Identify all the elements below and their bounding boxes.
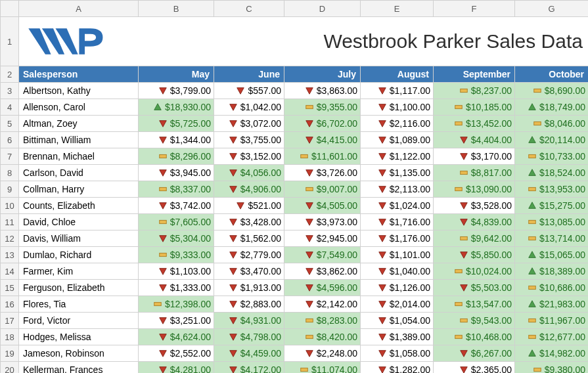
column-header-F[interactable]: F bbox=[434, 1, 515, 17]
header-salesperson[interactable]: Salesperson bbox=[19, 66, 139, 83]
value-cell[interactable]: $1,089.00 bbox=[361, 132, 434, 148]
value-cell[interactable]: $3,251.00 bbox=[139, 313, 214, 329]
value-cell[interactable]: $9,543.00 bbox=[434, 313, 515, 329]
row-header-4[interactable]: 4 bbox=[1, 99, 19, 116]
value-cell[interactable]: $1,135.00 bbox=[361, 165, 434, 181]
row-header-20[interactable]: 20 bbox=[1, 362, 19, 374]
salesperson-cell[interactable]: Hodges, Melissa bbox=[19, 329, 139, 345]
value-cell[interactable]: $2,113.00 bbox=[361, 181, 434, 198]
column-header-B[interactable]: B bbox=[139, 1, 214, 17]
row-header-7[interactable]: 7 bbox=[1, 148, 19, 165]
salesperson-cell[interactable]: Counts, Elizabeth bbox=[19, 198, 139, 214]
value-cell[interactable]: $1,042.00 bbox=[214, 99, 284, 116]
value-cell[interactable]: $2,142.00 bbox=[284, 296, 361, 313]
value-cell[interactable]: $1,101.00 bbox=[361, 247, 434, 263]
value-cell[interactable]: $1,913.00 bbox=[214, 280, 284, 296]
value-cell[interactable]: $8,690.00 bbox=[515, 83, 589, 99]
value-cell[interactable]: $3,726.00 bbox=[284, 165, 361, 181]
value-cell[interactable]: $1,389.00 bbox=[361, 329, 434, 345]
value-cell[interactable]: $20,114.00 bbox=[515, 132, 589, 148]
value-cell[interactable]: $4,798.00 bbox=[214, 329, 284, 345]
salesperson-cell[interactable]: Brennan, Michael bbox=[19, 148, 139, 165]
value-cell[interactable]: $1,562.00 bbox=[214, 230, 284, 247]
value-cell[interactable]: $1,024.00 bbox=[361, 198, 434, 214]
value-cell[interactable]: $8,296.00 bbox=[139, 148, 214, 165]
value-cell[interactable]: $2,248.00 bbox=[284, 345, 361, 362]
value-cell[interactable]: $8,046.00 bbox=[515, 116, 589, 132]
value-cell[interactable]: $12,398.00 bbox=[139, 296, 214, 313]
value-cell[interactable]: $3,755.00 bbox=[214, 132, 284, 148]
value-cell[interactable]: $4,839.00 bbox=[434, 214, 515, 230]
salesperson-cell[interactable]: Collman, Harry bbox=[19, 181, 139, 198]
column-header-G[interactable]: G bbox=[515, 1, 589, 17]
salesperson-cell[interactable]: Davis, William bbox=[19, 230, 139, 247]
value-cell[interactable]: $2,945.00 bbox=[284, 230, 361, 247]
value-cell[interactable]: $6,702.00 bbox=[284, 116, 361, 132]
spreadsheet[interactable]: ABCDEFG1Westbrook Parker Sales Data2Sale… bbox=[0, 0, 588, 373]
salesperson-cell[interactable]: Flores, Tia bbox=[19, 296, 139, 313]
value-cell[interactable]: $15,065.00 bbox=[515, 247, 589, 263]
value-cell[interactable]: $6,267.00 bbox=[434, 345, 515, 362]
value-cell[interactable]: $10,185.00 bbox=[434, 99, 515, 116]
value-cell[interactable]: $11,601.00 bbox=[284, 148, 361, 165]
header-may[interactable]: May bbox=[139, 66, 214, 83]
value-cell[interactable]: $1,040.00 bbox=[361, 263, 434, 280]
value-cell[interactable]: $8,817.00 bbox=[434, 165, 515, 181]
header-october[interactable]: October bbox=[515, 66, 589, 83]
value-cell[interactable]: $3,428.00 bbox=[214, 214, 284, 230]
value-cell[interactable]: $10,024.00 bbox=[434, 263, 515, 280]
salesperson-cell[interactable]: Altman, Zoey bbox=[19, 116, 139, 132]
value-cell[interactable]: $9,380.00 bbox=[515, 362, 589, 374]
value-cell[interactable]: $1,117.00 bbox=[361, 83, 434, 99]
salesperson-cell[interactable]: Carlson, David bbox=[19, 165, 139, 181]
value-cell[interactable]: $7,549.00 bbox=[284, 247, 361, 263]
value-cell[interactable]: $15,275.00 bbox=[515, 198, 589, 214]
value-cell[interactable]: $3,170.00 bbox=[434, 148, 515, 165]
value-cell[interactable]: $11,967.00 bbox=[515, 313, 589, 329]
value-cell[interactable]: $1,716.00 bbox=[361, 214, 434, 230]
value-cell[interactable]: $21,983.00 bbox=[515, 296, 589, 313]
grid[interactable]: ABCDEFG1Westbrook Parker Sales Data2Sale… bbox=[0, 0, 588, 373]
value-cell[interactable]: $4,596.00 bbox=[284, 280, 361, 296]
row-header-3[interactable]: 3 bbox=[1, 83, 19, 99]
value-cell[interactable]: $10,468.00 bbox=[434, 329, 515, 345]
value-cell[interactable]: $8,420.00 bbox=[284, 329, 361, 345]
salesperson-cell[interactable]: Ford, Victor bbox=[19, 313, 139, 329]
value-cell[interactable]: $18,749.00 bbox=[515, 99, 589, 116]
value-cell[interactable]: $2,116.00 bbox=[361, 116, 434, 132]
value-cell[interactable]: $9,007.00 bbox=[284, 181, 361, 198]
value-cell[interactable]: $13,452.00 bbox=[434, 116, 515, 132]
salesperson-cell[interactable]: Jameson, Robinson bbox=[19, 345, 139, 362]
salesperson-cell[interactable]: Albertson, Kathy bbox=[19, 83, 139, 99]
row-header-5[interactable]: 5 bbox=[1, 116, 19, 132]
value-cell[interactable]: $9,355.00 bbox=[284, 99, 361, 116]
row-header-19[interactable]: 19 bbox=[1, 345, 19, 362]
value-cell[interactable]: $3,863.00 bbox=[284, 83, 361, 99]
value-cell[interactable]: $18,389.00 bbox=[515, 263, 589, 280]
value-cell[interactable]: $8,337.00 bbox=[139, 181, 214, 198]
value-cell[interactable]: $2,365.00 bbox=[434, 362, 515, 374]
value-cell[interactable]: $1,344.00 bbox=[139, 132, 214, 148]
value-cell[interactable]: $2,552.00 bbox=[139, 345, 214, 362]
value-cell[interactable]: $5,503.00 bbox=[434, 280, 515, 296]
row-header-12[interactable]: 12 bbox=[1, 230, 19, 247]
value-cell[interactable]: $5,304.00 bbox=[139, 230, 214, 247]
row-header-8[interactable]: 8 bbox=[1, 165, 19, 181]
value-cell[interactable]: $8,283.00 bbox=[284, 313, 361, 329]
row-header-9[interactable]: 9 bbox=[1, 181, 19, 198]
value-cell[interactable]: $4,404.00 bbox=[434, 132, 515, 148]
header-july[interactable]: July bbox=[284, 66, 361, 83]
salesperson-cell[interactable]: Farmer, Kim bbox=[19, 263, 139, 280]
header-september[interactable]: September bbox=[434, 66, 515, 83]
value-cell[interactable]: $3,528.00 bbox=[434, 198, 515, 214]
row-header-14[interactable]: 14 bbox=[1, 263, 19, 280]
value-cell[interactable]: $4,415.00 bbox=[284, 132, 361, 148]
row-header-18[interactable]: 18 bbox=[1, 329, 19, 345]
value-cell[interactable]: $1,282.00 bbox=[361, 362, 434, 374]
salesperson-cell[interactable]: Bittiman, William bbox=[19, 132, 139, 148]
header-june[interactable]: June bbox=[214, 66, 284, 83]
value-cell[interactable]: $1,126.00 bbox=[361, 280, 434, 296]
value-cell[interactable]: $3,799.00 bbox=[139, 83, 214, 99]
value-cell[interactable]: $9,333.00 bbox=[139, 247, 214, 263]
value-cell[interactable]: $5,850.00 bbox=[434, 247, 515, 263]
